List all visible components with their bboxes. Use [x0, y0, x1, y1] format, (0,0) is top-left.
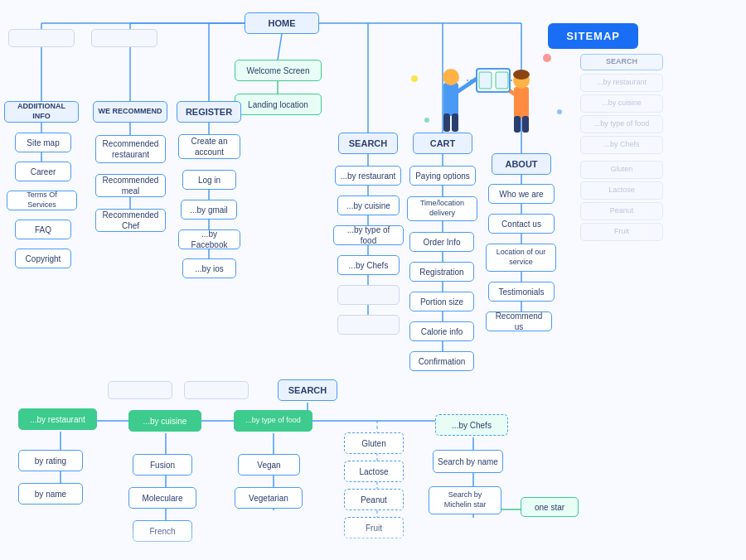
rec-restaurant-node[interactable]: Recommended restaurant — [95, 135, 166, 163]
right-by-type: ...by type of food — [580, 115, 663, 133]
faq-node[interactable]: FAQ — [15, 220, 71, 239]
copyright-node[interactable]: Copyright — [15, 249, 71, 268]
svg-point-42 — [411, 75, 418, 82]
by-rating-node[interactable]: by rating — [18, 450, 83, 471]
testimonials-node[interactable]: Testimonials — [488, 282, 555, 302]
fusion-node[interactable]: Fusion — [133, 454, 192, 476]
calorie-node[interactable]: Calorie info — [409, 321, 474, 341]
fruit-bottom-node[interactable]: Fruit — [344, 517, 404, 538]
lactose-bottom-node[interactable]: Lactose — [344, 461, 404, 482]
we-recommend-node[interactable]: WE RECOMMEND — [93, 101, 167, 123]
french-node[interactable]: French — [133, 520, 192, 542]
svg-point-47 — [443, 69, 459, 85]
svg-rect-59 — [496, 72, 508, 89]
right-by-cuisine: ...by cuisine — [580, 94, 663, 113]
search-extra-2 — [337, 315, 400, 335]
right-by-chefs: ...by Chefs — [580, 136, 663, 154]
paying-node[interactable]: Paying options — [409, 166, 476, 186]
top-placeholder-2 — [91, 29, 157, 47]
location-serv-node[interactable]: Location of our service — [486, 244, 556, 272]
by-cuisine-top-node[interactable]: ...by cuisine — [337, 196, 400, 215]
career-node[interactable]: Career — [15, 162, 71, 181]
by-restaurant-top-node[interactable]: ...by restaurant — [335, 166, 401, 186]
who-we-node[interactable]: Who we are — [488, 184, 555, 204]
vegetarian-node[interactable]: Vegetarian — [235, 487, 303, 509]
moleculare-node[interactable]: Moleculare — [128, 487, 196, 509]
terms-node[interactable]: Terms Of Services — [7, 191, 77, 210]
register-node[interactable]: REGISTER — [177, 101, 241, 123]
about-node[interactable]: ABOUT — [492, 153, 551, 175]
svg-rect-49 — [443, 113, 450, 132]
right-fruit: Fruit — [580, 223, 663, 241]
contact-node[interactable]: Contact us — [488, 214, 555, 234]
by-restaurant-bottom-node[interactable]: ...by restaurant — [18, 408, 97, 430]
svg-rect-51 — [514, 87, 529, 118]
search-bottom-node[interactable]: SEARCH — [278, 379, 337, 401]
svg-rect-46 — [443, 83, 458, 116]
sitemap-canvas: HOME Welcome Screen Landing location ADD… — [0, 0, 746, 560]
bottom-placeholder-1 — [108, 381, 172, 399]
right-search-node: SEARCH — [580, 54, 663, 70]
by-ios-node[interactable]: ...by ios — [182, 258, 236, 278]
rec-chef-node[interactable]: Recommended Chef — [95, 209, 166, 232]
svg-rect-55 — [514, 116, 521, 133]
svg-point-53 — [513, 70, 530, 80]
peanut-bottom-node[interactable]: Peanut — [344, 489, 404, 510]
log-in-node[interactable]: Log in — [182, 170, 236, 190]
by-facebook-node[interactable]: ...by Facebook — [178, 229, 240, 249]
svg-point-44 — [557, 109, 562, 114]
by-chefs-top-node[interactable]: ...by Chefs — [337, 255, 400, 275]
right-peanut: Peanut — [580, 202, 663, 220]
right-by-restaurant: ...by restaurant — [580, 74, 663, 92]
search-top-node[interactable]: SEARCH — [338, 133, 398, 154]
top-placeholder-1 — [8, 29, 75, 47]
rec-meal-node[interactable]: Recommended meal — [95, 174, 166, 197]
search-michelin-node[interactable]: Search by Michelin star — [429, 486, 501, 514]
by-type-top-node[interactable]: ...by type of food — [333, 225, 404, 245]
by-name-node[interactable]: by name — [18, 483, 83, 504]
vegan-node[interactable]: Vegan — [238, 454, 300, 476]
time-loc-node[interactable]: Time/location delivery — [407, 196, 477, 221]
by-cuisine-bottom-node[interactable]: ...by cuisine — [128, 410, 201, 432]
bottom-placeholder-2 — [184, 381, 249, 399]
svg-line-0 — [278, 34, 282, 60]
svg-rect-56 — [522, 116, 529, 133]
search-extra-1 — [337, 285, 400, 305]
by-type-bottom-node[interactable]: ...by type of food — [234, 410, 312, 432]
create-account-node[interactable]: Create an account — [178, 134, 240, 159]
svg-rect-50 — [452, 113, 458, 132]
search-name-node[interactable]: Search by name — [433, 450, 503, 473]
right-lactose: Lactose — [580, 181, 663, 200]
sitemap-button[interactable]: SITEMAP — [548, 23, 638, 49]
landing-location-node[interactable]: Landing location — [235, 94, 322, 115]
registration-node[interactable]: Registration — [409, 262, 474, 282]
recommend-us-node[interactable]: Recommend us — [486, 311, 552, 331]
sitemap-node[interactable]: Site map — [15, 133, 71, 152]
svg-rect-58 — [479, 72, 492, 89]
by-chefs-bottom-node[interactable]: ...by Chefs — [435, 414, 508, 436]
gluten-bottom-node[interactable]: Gluten — [344, 432, 404, 454]
right-gluten: Gluten — [580, 161, 663, 179]
order-info-node[interactable]: Order Info — [409, 232, 474, 252]
additional-info-node[interactable]: ADDIITIONAL INFO — [4, 101, 79, 123]
welcome-screen-node[interactable]: Welcome Screen — [235, 60, 322, 81]
home-node[interactable]: HOME — [245, 12, 319, 34]
confirmation-node[interactable]: Confirmation — [409, 351, 474, 371]
illustration — [406, 46, 572, 153]
svg-point-43 — [543, 54, 551, 62]
one-star-node[interactable]: one star — [521, 497, 579, 517]
by-gmail-node[interactable]: ...by gmail — [181, 200, 237, 220]
portion-node[interactable]: Portion size — [409, 292, 474, 311]
svg-point-45 — [424, 118, 429, 123]
